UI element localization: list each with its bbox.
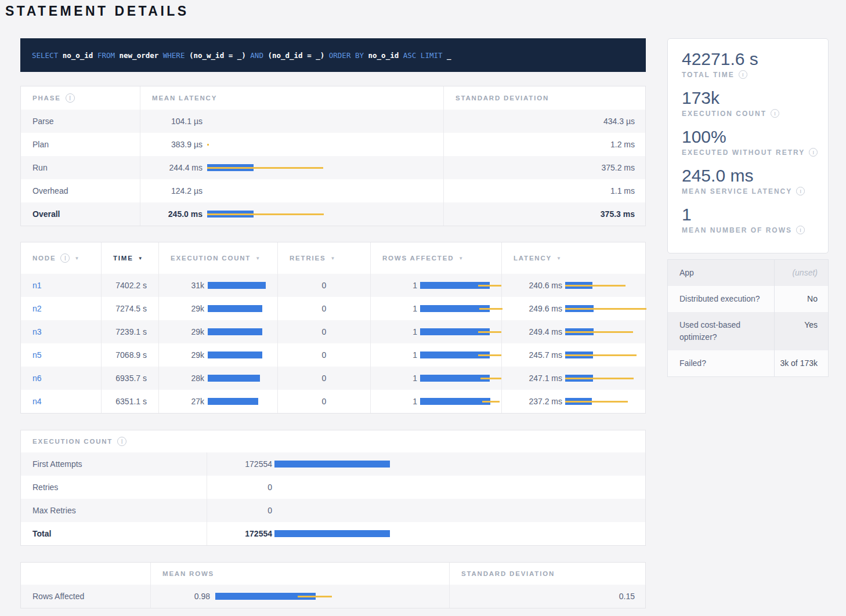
node-link[interactable]: n2 (32, 304, 42, 313)
standard-deviation-value: 375.3 ms (443, 202, 646, 226)
info-icon[interactable] (739, 70, 747, 79)
summary-stat-label: EXECUTED WITHOUT RETRY (682, 148, 819, 157)
execution-count-bar-chart (274, 506, 646, 514)
info-icon[interactable] (771, 109, 779, 118)
rows-affected-header-empty (21, 563, 150, 585)
node-execution-count-cell: 27k (158, 390, 277, 413)
node-table-row: n4 6351.1 s 27k 0 1 (21, 390, 645, 413)
node-cell: n5 (21, 343, 101, 367)
info-icon[interactable] (66, 93, 75, 103)
node-header-rows-affected[interactable]: ROWS AFFECTED (370, 242, 501, 274)
sql-token: ORDER BY (329, 51, 364, 60)
phase-table-row: Run 244.4 ms 375.2 ms (21, 156, 645, 179)
mean-latency-cell: 124.2 µs (140, 179, 443, 202)
node-cell: n6 (21, 367, 101, 390)
phase-name: Parse (21, 110, 140, 133)
mean-latency-cell: 245.0 ms (140, 202, 443, 226)
node-execution-count-cell: 29k (158, 343, 277, 367)
stddev-whisker (565, 354, 637, 356)
latency-bar-chart (207, 187, 443, 195)
node-header-latency[interactable]: LATENCY (501, 242, 646, 274)
execution-count-value: 29k (171, 350, 204, 360)
sql-statement: SELECT no_o_id FROM new_order WHERE (no_… (32, 51, 451, 60)
latency-bar-chart (207, 210, 443, 218)
execution-count-row: Max Retries 0 (21, 499, 645, 522)
standard-deviation-value: 375.2 ms (443, 156, 646, 179)
node-cell: n3 (21, 320, 101, 343)
node-latency-cell: 245.7 ms (501, 343, 646, 367)
execution-count-value: 172554 (219, 459, 272, 469)
stddev-whisker (207, 144, 209, 146)
info-icon[interactable] (809, 148, 818, 157)
execution-count-bar-chart (274, 460, 646, 468)
info-icon[interactable] (60, 253, 70, 263)
node-link[interactable]: n3 (32, 327, 42, 336)
node-execution-count-cell: 29k (158, 320, 277, 343)
node-latency-cell: 237.2 ms (501, 390, 646, 413)
stddev-whisker (565, 308, 646, 310)
node-link[interactable]: n1 (32, 281, 42, 290)
stddev-whisker (565, 331, 633, 333)
node-execution-count-cell: 28k (158, 367, 277, 390)
node-table-row: n1 7402.2 s 31k 0 1 (21, 274, 645, 297)
phase-header-standard-deviation: STANDARD DEVIATION (443, 86, 646, 110)
rows-affected-value: 1 (382, 397, 417, 406)
mean-latency-value: 104.1 µs (152, 117, 203, 126)
phase-name: Plan (21, 133, 140, 156)
summary-stat-label: TOTAL TIME (682, 70, 819, 79)
attribute-row: Failed? 3k of 173k (668, 350, 828, 376)
node-rows-affected-cell: 1 (370, 320, 501, 343)
latency-bar-chart (565, 374, 646, 382)
node-retries-value: 0 (277, 390, 370, 413)
summary-card: 42271.6 s TOTAL TIME 173k EXECUTION COUN… (667, 38, 829, 253)
sort-descending-icon (74, 256, 79, 261)
node-link[interactable]: n4 (32, 397, 42, 406)
rows-affected-bar-chart (420, 374, 501, 382)
sql-token: FROM (97, 51, 115, 60)
node-link[interactable]: n6 (32, 374, 42, 383)
mean-latency-value: 124.2 µs (152, 186, 203, 195)
execution-count-header: EXECUTION COUNT (21, 430, 645, 452)
execution-count-value-cell: 0 (207, 476, 646, 499)
node-table-row: n3 7239.1 s 29k 0 1 (21, 320, 645, 343)
execution-count-row: Retries 0 (21, 476, 645, 499)
sql-token: (no_d_id = _) (263, 51, 329, 60)
execution-count-value: 29k (171, 327, 204, 336)
mean-bar (420, 398, 490, 405)
phase-name: Overhead (21, 179, 140, 202)
phase-table-row: Overhead 124.2 µs 1.1 ms (21, 179, 645, 202)
sort-descending-icon (138, 256, 143, 261)
sql-token: SELECT (32, 51, 58, 60)
info-icon[interactable] (796, 226, 805, 234)
node-link[interactable]: n5 (32, 350, 42, 360)
latency-bar-chart (565, 397, 646, 405)
node-header-node[interactable]: NODE (21, 242, 101, 274)
sort-descending-icon (458, 256, 463, 261)
execution-count-value: 31k (171, 281, 204, 290)
phase-header-phase: PHASE (21, 86, 140, 110)
node-header-time[interactable]: TIME (101, 242, 158, 274)
mean-latency-value: 383.9 µs (152, 140, 203, 149)
stddev-whisker (478, 331, 501, 333)
summary-stat: 100% EXECUTED WITHOUT RETRY (682, 126, 819, 157)
latency-value: 247.1 ms (514, 374, 562, 383)
attribute-value: Yes (774, 312, 829, 350)
rows-affected-row: Rows Affected 0.98 0.15 (21, 585, 645, 608)
attribute-label: Failed? (668, 350, 774, 376)
attribute-value: 3k of 173k (774, 350, 829, 376)
page-title: STATEMENT DETAILS (5, 3, 189, 19)
stddev-whisker (478, 354, 501, 356)
stddev-whisker (479, 308, 502, 310)
info-icon[interactable] (796, 187, 805, 195)
rows-affected-value: 1 (382, 374, 417, 383)
standard-deviation-value: 1.1 ms (443, 179, 646, 202)
node-header-execution-count[interactable]: EXECUTION COUNT (158, 242, 277, 274)
execution-count-bar-chart (208, 328, 277, 336)
execution-count-row: Total 172554 (21, 522, 645, 545)
node-header-retries[interactable]: RETRIES (277, 242, 370, 274)
stddev-whisker (480, 378, 501, 379)
execution-count-bar-chart (208, 374, 277, 382)
sort-descending-icon (330, 256, 335, 261)
execution-count-value: 0 (219, 483, 272, 492)
info-icon[interactable] (117, 437, 126, 446)
